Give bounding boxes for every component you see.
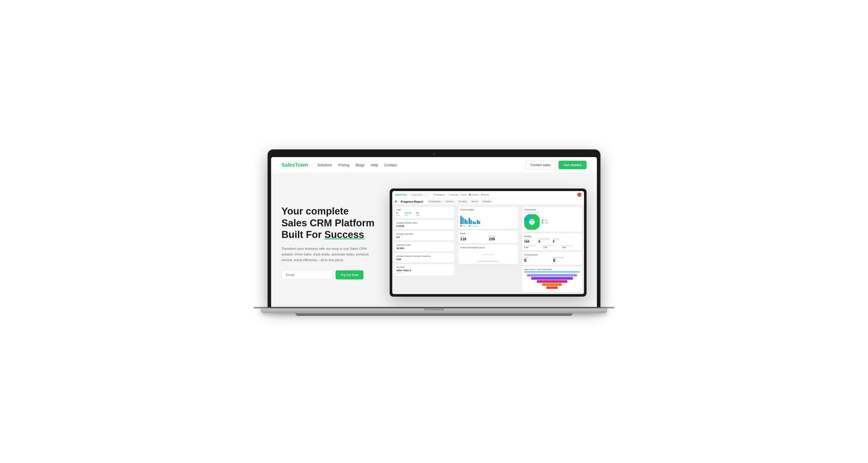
conversion-card: Conversion ratio 33.33% (394, 242, 454, 252)
funnel-stage-1 (527, 274, 577, 276)
dashboard-inner: SalesTown ⊞ WorkBoard ⚡ Essentials ✉ Mai… (392, 191, 584, 294)
avg-purchase-value: $ 19.26 (396, 225, 452, 227)
funnel-bar-1 (524, 271, 580, 272)
dash-nav-items: ⊞ WorkBoard ⚡ Essentials ✉ Mail 👤 Contac… (433, 194, 489, 196)
logo-sales: Sales (281, 162, 295, 168)
bar-call-added (460, 216, 462, 224)
dash-filters: All Organization All Person This Week Al… (427, 200, 493, 203)
bar-legend: Added Completed (460, 225, 516, 227)
scrollbar[interactable] (477, 261, 499, 262)
seeding-convert: Convert To lead 8 (539, 238, 552, 243)
pie-chart-container: 26.5% 73.5% Not... (524, 214, 580, 230)
lead-total-label: Total (396, 214, 400, 216)
nav-item-contact[interactable]: Contact (384, 163, 397, 167)
nav-links: Solutions Pricing Blogs Help Contact (317, 163, 397, 167)
conversion-value: 33.33% (396, 247, 452, 250)
farming-convert: Convert To lead 0 (553, 257, 580, 263)
dashboard-frame: SalesTown ⊞ WorkBoard ⚡ Essentials ✉ Mai… (390, 189, 587, 297)
bar-group-enrolled (477, 220, 480, 224)
bar-group-call (460, 216, 464, 224)
bar-email-completed (466, 221, 468, 224)
email-received-value: 239 (489, 237, 516, 241)
nav-item-blogs[interactable]: Blogs (355, 163, 364, 167)
sales-funnel-card: Sales Funnel – Demo Sales Pipe (522, 267, 582, 292)
hero-title-line2: Sales CRM Platform (281, 218, 374, 228)
dash-nav-mail: ✉ Mail (461, 194, 466, 196)
avg-purchase-card: Average Purchase Value $ 19.26 (394, 220, 454, 229)
bar-enrolled-completed (478, 221, 480, 224)
email-card: Email Sent 118 (458, 230, 518, 243)
nav-item-help[interactable]: Help (371, 163, 378, 167)
funnel-stage-5 (546, 286, 557, 289)
page-wrapper: SalesTown Solutions Pricing Blogs Help C… (254, 150, 614, 313)
top-team-card: Top Team Sales Team 3 View 4 more (394, 264, 454, 276)
hero-section: Your complete Sales CRM Platform Built F… (271, 173, 597, 307)
seeding-max-convert: Max Convert Time 1 day (543, 244, 561, 248)
product-insights-card: Product Sell Insights [Top 5] No data av… (458, 245, 518, 264)
dash-right-col: Activity Chart Total Activity states: 34 (520, 205, 584, 294)
filter-org[interactable]: All Organization (427, 200, 442, 203)
bar-email-added (464, 219, 466, 224)
navbar-right: Contact sales Get started (526, 161, 587, 169)
avg-lead-card: Average Lead Value $ 0 (394, 231, 454, 240)
product-insights-title: Product Sell Insights [Top 5] (460, 247, 516, 249)
activity-bar-chart (460, 212, 516, 225)
dash-nav-activity: ▶ Activity (482, 194, 489, 196)
hero-title-success: Success (324, 229, 364, 240)
activity-chart-card: Activity Chart Total Activity states: 34 (522, 207, 582, 232)
website: SalesTown Solutions Pricing Blogs Help C… (271, 157, 597, 307)
laptop-base (261, 308, 607, 313)
filter-week[interactable]: This Week (457, 200, 468, 203)
farming-added: Added 0 (524, 257, 551, 263)
get-started-button[interactable]: Get started (558, 161, 587, 169)
bar-meet-completed (470, 220, 472, 224)
email-input[interactable] (281, 270, 333, 280)
seeding-added: Added 164 (524, 238, 537, 243)
funnel-stage-3 (537, 280, 567, 283)
product-insights-empty: No data available (482, 254, 494, 256)
progress-report-header: ≡ Progress Report (395, 200, 423, 203)
hero-text: Your complete Sales CRM Platform Built F… (281, 205, 379, 280)
dash-mid-col: Activity Insights (456, 205, 520, 294)
try-for-free-button[interactable]: Try for free (336, 270, 363, 279)
dash-notification-bell[interactable]: ! (577, 193, 581, 197)
laptop-notch (424, 308, 444, 310)
activity-chart-title: Activity Chart (524, 209, 580, 211)
seeding-grid: Added 164 Convert To lead 8 (524, 238, 580, 243)
pie-label-2: 73.5% (530, 222, 534, 224)
seeding-card: Seeding Added 164 (522, 233, 582, 250)
avg-lead-title: Average Lead Value (396, 233, 452, 235)
farming-card: Forming Report Added 0 (522, 252, 582, 265)
nav-item-solutions[interactable]: Solutions (317, 163, 332, 167)
activity-insights-card: Activity Insights (458, 207, 518, 229)
pie-legend-com: Com... (542, 222, 550, 224)
dash-nav-contacts: 👤 Contacts (469, 194, 479, 196)
filter-user[interactable]: All User (470, 200, 479, 203)
email-sent-value: 118 (460, 237, 487, 241)
filter-pipeline[interactable]: All Pipeline (481, 200, 493, 203)
seeding-title: Seeding (524, 235, 580, 237)
bar-call-completed (462, 217, 464, 224)
top-team-sub: View 4 more (396, 272, 452, 274)
dash-logo: SalesTown (395, 193, 407, 196)
dash-nav-workboard: ⊞ WorkBoard (433, 194, 444, 196)
dash-search-input[interactable] (410, 193, 430, 197)
dash-nav-essentials: ⚡ Essentials (447, 194, 458, 196)
pie-legend: Not... Com... (542, 220, 550, 224)
avg-lead-value: $ 0 (396, 236, 452, 238)
contact-sales-button[interactable]: Contact sales (526, 161, 556, 169)
laptop-camera (433, 153, 435, 155)
lead-card: Lead 9 Total (394, 207, 454, 218)
email-received: Received 239 (489, 235, 516, 241)
avg-freq-title: Average Customer Purchase Frequency (396, 255, 452, 257)
filter-person[interactable]: All Person (444, 200, 455, 203)
bar-group-email (464, 219, 468, 224)
laptop: SalesTown Solutions Pricing Blogs Help C… (254, 150, 614, 313)
bar-callback-added (473, 222, 474, 224)
avg-freq-value: 0.33 (396, 258, 452, 261)
avg-freq-card: Average Customer Purchase Frequency 0.33 (394, 253, 454, 263)
nav-item-pricing[interactable]: Pricing (338, 163, 349, 167)
navbar: SalesTown Solutions Pricing Blogs Help C… (271, 157, 597, 173)
lead-loss-value: $0 (416, 212, 420, 214)
pie-label-1: 26.5% (530, 220, 534, 222)
